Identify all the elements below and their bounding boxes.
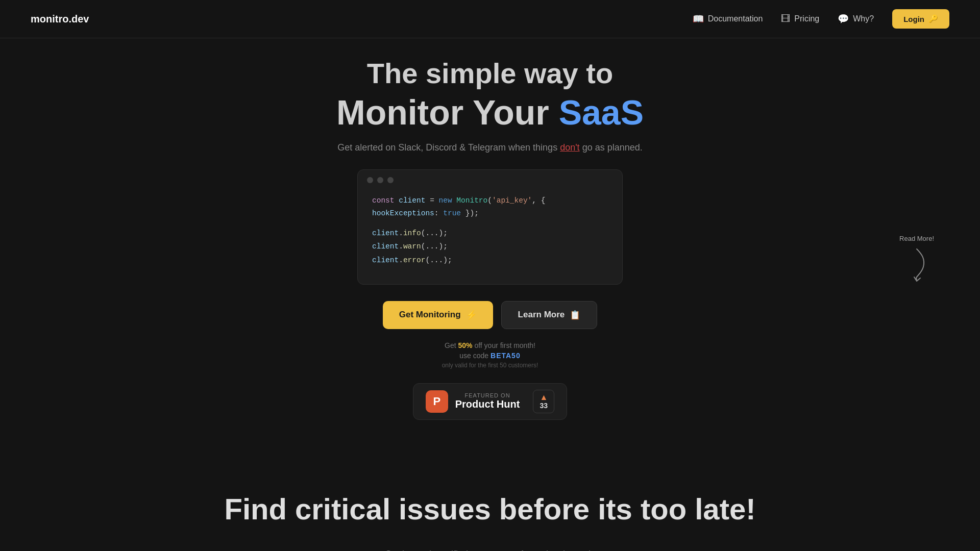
navbar: monitro.dev 📖 Documentation 🎞 Pricing 💬 … xyxy=(0,0,980,38)
discount-block: Get 50% off your first month! use code B… xyxy=(442,341,538,369)
book-icon: 📖 xyxy=(693,13,704,24)
login-button[interactable]: Login 🔑 xyxy=(892,9,949,29)
promo-code: BETA50 xyxy=(491,352,521,360)
code-line-1: const client = new Monitro('api_key', { … xyxy=(372,194,608,219)
cta-buttons: Get Monitoring ⚡ Learn More 📋 xyxy=(383,301,598,329)
dot-red xyxy=(367,177,373,183)
read-more-arrow-icon xyxy=(904,246,929,282)
hero-saas-text: SaaS xyxy=(559,93,644,132)
discount-fine-print: only valid for the first 50 customers! xyxy=(442,362,538,369)
section-title: Find critical issues before its too late… xyxy=(102,491,878,527)
key-icon: 🔑 xyxy=(928,14,938,23)
nav-link-documentation[interactable]: 📖 Documentation xyxy=(693,13,763,24)
read-more-indicator: Read More! xyxy=(899,235,934,282)
code-line-2: client.info(...); xyxy=(372,227,608,240)
product-hunt-name: Product Hunt xyxy=(455,398,520,410)
hero-subtitle: Get alerted on Slack, Discord & Telegram… xyxy=(337,142,642,153)
product-hunt-badge[interactable]: P FEATURED ON Product Hunt ▲ 33 xyxy=(413,383,568,420)
hero-title-line1: The simple way to xyxy=(367,56,613,90)
product-hunt-logo: P xyxy=(426,390,448,413)
upvote-count: 33 xyxy=(540,402,548,410)
code-line-3: client.warn(...); xyxy=(372,240,608,253)
get-monitoring-button[interactable]: Get Monitoring ⚡ xyxy=(383,301,493,329)
featured-label: FEATURED ON xyxy=(455,392,520,398)
learn-more-button[interactable]: Learn More 📋 xyxy=(501,301,598,329)
nav-link-pricing[interactable]: 🎞 Pricing xyxy=(781,14,819,24)
nav-links: 📖 Documentation 🎞 Pricing 💬 Why? Login 🔑 xyxy=(693,9,949,29)
discount-percent: 50% xyxy=(458,341,472,349)
second-section: Find critical issues before its too late… xyxy=(0,450,980,551)
dot-yellow xyxy=(377,177,383,183)
code-line-4: client.error(...); xyxy=(372,254,608,267)
bolt-icon: ⚡ xyxy=(466,310,477,320)
product-hunt-text: FEATURED ON Product Hunt xyxy=(455,392,520,410)
code-window-dots xyxy=(358,170,622,190)
dot-green xyxy=(387,177,394,183)
nav-link-why[interactable]: 💬 Why? xyxy=(838,13,874,24)
section-subtitle: Get instantly notified across your favou… xyxy=(362,547,618,551)
code-spacer xyxy=(372,221,608,227)
nav-logo[interactable]: monitro.dev xyxy=(31,13,89,25)
discount-code-line: use code BETA50 xyxy=(459,352,520,360)
dont-text: don't xyxy=(560,142,579,153)
discount-line1: Get 50% off your first month! xyxy=(445,341,535,349)
film-icon: 🎞 xyxy=(781,14,790,24)
read-more-label: Read More! xyxy=(899,235,934,242)
product-hunt-upvote[interactable]: ▲ 33 xyxy=(533,390,554,413)
code-content: const client = new Monitro('api_key', { … xyxy=(358,190,622,271)
clipboard-icon: 📋 xyxy=(570,310,580,320)
hero-title-line2: Monitor Your SaaS xyxy=(336,92,644,132)
chat-icon: 💬 xyxy=(838,13,849,24)
hero-section: The simple way to Monitor Your SaaS Get … xyxy=(0,0,980,450)
upvote-arrow-icon: ▲ xyxy=(540,393,548,402)
code-block: const client = new Monitro('api_key', { … xyxy=(357,169,623,284)
